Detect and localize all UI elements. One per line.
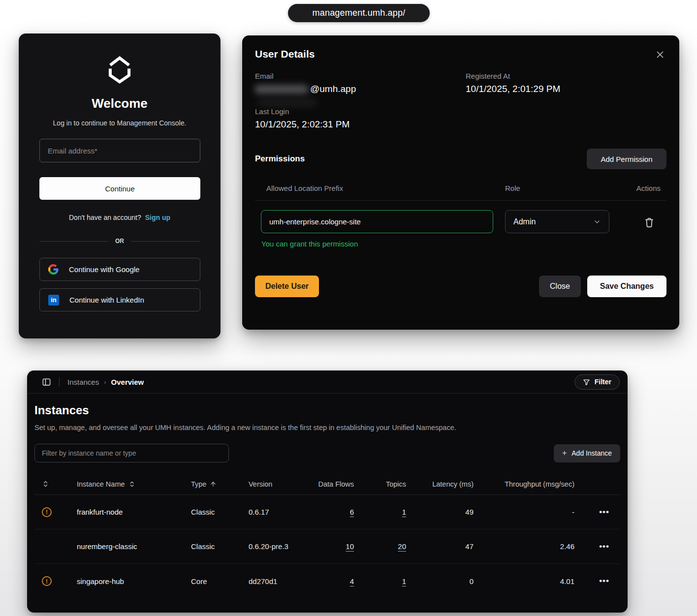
close-icon[interactable] — [654, 48, 666, 61]
table-row[interactable]: ! frankfurt-node Classic 0.6.17 6 1 49 -… — [34, 495, 620, 529]
instance-name[interactable]: nuremberg-classic — [77, 542, 191, 551]
filter-button[interactable]: Filter — [574, 374, 620, 390]
warning-status-icon: ! — [42, 576, 52, 586]
instances-table-header: Instance Name Type Version Data Flows To… — [34, 473, 620, 495]
or-divider: OR — [39, 238, 200, 245]
instance-version: 0.6.20-pre.3 — [249, 542, 308, 551]
permissions-heading: Permissions — [255, 154, 305, 164]
instance-latency: 0 — [406, 577, 474, 585]
col-data-flows[interactable]: Data Flows — [308, 480, 354, 488]
instance-type: Classic — [191, 508, 249, 516]
instance-type: Classic — [191, 542, 249, 551]
table-row[interactable]: ! singapore-hub Core dd270d1 4 1 0 4.01 … — [34, 564, 620, 598]
linkedin-login-button[interactable]: in Continue with LinkedIn — [39, 288, 200, 311]
breadcrumb-instances[interactable]: Instances — [67, 378, 99, 386]
url-bar[interactable]: management.umh.app/ — [288, 4, 430, 22]
instances-table: Instance Name Type Version Data Flows To… — [34, 473, 620, 598]
instance-latency: 49 — [406, 508, 474, 516]
instance-filter-input[interactable] — [34, 444, 229, 462]
row-menu-icon[interactable]: ••• — [599, 542, 609, 552]
instance-throughput: 4.01 — [474, 577, 574, 585]
sort-asc-icon — [210, 481, 217, 488]
last-login-value: 10/1/2025, 2:02:31 PM — [255, 119, 466, 130]
signup-prompt: Don't have an account? — [69, 214, 141, 221]
url-text: management.umh.app/ — [313, 8, 406, 18]
instance-throughput: - — [474, 508, 574, 516]
email-info: Email @umh.app — [255, 72, 466, 94]
registered-value: 10/1/2025, 2:01:29 PM — [466, 84, 666, 94]
instance-throughput: 2.46 — [474, 542, 574, 551]
add-permission-button[interactable]: Add Permission — [587, 149, 666, 169]
or-label: OR — [115, 238, 124, 245]
panel-topbar: Instances › Overview Filter — [27, 370, 628, 394]
close-button[interactable]: Close — [539, 276, 581, 297]
role-select[interactable]: Admin — [505, 210, 609, 233]
add-instance-button[interactable]: + Add Instance — [554, 444, 620, 462]
instance-name[interactable]: singapore-hub — [77, 577, 191, 585]
google-login-label: Continue with Google — [69, 265, 139, 274]
last-login-label: Last Login — [255, 107, 466, 116]
instances-title: Instances — [34, 403, 620, 417]
google-login-button[interactable]: Continue with Google — [39, 258, 200, 281]
login-subtitle: Log in to continue to Management Console… — [39, 119, 200, 127]
plus-icon: + — [562, 449, 567, 458]
continue-button[interactable]: Continue — [39, 177, 200, 200]
col-latency[interactable]: Latency (ms) — [406, 480, 474, 488]
col-type[interactable]: Type — [191, 480, 249, 488]
topics-link[interactable]: 20 — [398, 542, 406, 551]
login-card: Welcome Log in to continue to Management… — [19, 33, 221, 339]
row-menu-icon[interactable]: ••• — [599, 576, 609, 586]
col-version[interactable]: Version — [249, 480, 308, 488]
last-login-info: Last Login 10/1/2025, 2:02:31 PM — [255, 107, 466, 130]
role-select-value: Admin — [513, 217, 536, 226]
trash-icon[interactable] — [643, 216, 656, 229]
add-instance-label: Add Instance — [571, 449, 612, 457]
chevron-down-icon — [593, 218, 601, 226]
umh-logo-icon — [107, 55, 132, 85]
col-allowed-location-prefix: Allowed Location Prefix — [255, 184, 501, 192]
table-row[interactable]: nuremberg-classic Classic 0.6.20-pre.3 1… — [34, 529, 620, 564]
data-flows-link[interactable]: 10 — [346, 542, 354, 551]
instance-name[interactable]: frankfurt-node — [77, 508, 191, 516]
row-menu-icon[interactable]: ••• — [599, 507, 609, 517]
funnel-icon — [583, 378, 590, 386]
redacted-email-blur — [255, 85, 308, 93]
email-field[interactable] — [39, 139, 200, 162]
linkedin-icon: in — [48, 295, 59, 306]
sidebar-toggle-icon[interactable] — [41, 376, 52, 388]
instance-latency: 47 — [406, 542, 474, 551]
email-domain: @umh.app — [310, 84, 356, 94]
data-flows-link[interactable]: 4 — [350, 577, 354, 585]
login-title: Welcome — [39, 96, 200, 111]
delete-user-button[interactable]: Delete User — [255, 276, 319, 297]
modal-title: User Details — [255, 48, 315, 60]
instance-version: dd270d1 — [249, 577, 308, 585]
linkedin-login-label: Continue with LinkedIn — [69, 296, 144, 304]
permissions-table-header: Allowed Location Prefix Role Actions — [255, 184, 666, 201]
col-instance-name[interactable]: Instance Name — [77, 480, 191, 488]
save-changes-button[interactable]: Save Changes — [587, 276, 666, 297]
breadcrumb-chevron-icon: › — [104, 378, 106, 386]
email-label: Email — [255, 72, 466, 80]
sort-updown-icon — [128, 481, 135, 488]
topbar-divider — [59, 377, 60, 386]
instance-version: 0.6.17 — [249, 508, 308, 516]
col-topics[interactable]: Topics — [354, 480, 406, 488]
user-details-modal: User Details Email @umh.app Registered A… — [242, 35, 679, 330]
permission-hint: You can grant this permission — [261, 240, 501, 248]
filter-label: Filter — [595, 378, 611, 386]
instance-type: Core — [191, 577, 249, 585]
instances-panel: Instances › Overview Filter Instances Se… — [27, 370, 628, 613]
registered-label: Registered At — [466, 72, 666, 80]
col-actions: Actions — [619, 184, 666, 192]
sort-status-icon[interactable] — [34, 480, 77, 488]
breadcrumb-overview: Overview — [111, 378, 144, 386]
col-throughput[interactable]: Throughput (msg/sec) — [474, 480, 574, 488]
col-role: Role — [501, 184, 619, 192]
location-prefix-input[interactable] — [261, 210, 493, 233]
topics-link[interactable]: 1 — [402, 577, 406, 585]
warning-status-icon: ! — [42, 507, 52, 517]
signup-link[interactable]: Sign up — [145, 214, 170, 221]
data-flows-link[interactable]: 6 — [350, 508, 354, 516]
topics-link[interactable]: 1 — [402, 508, 406, 516]
